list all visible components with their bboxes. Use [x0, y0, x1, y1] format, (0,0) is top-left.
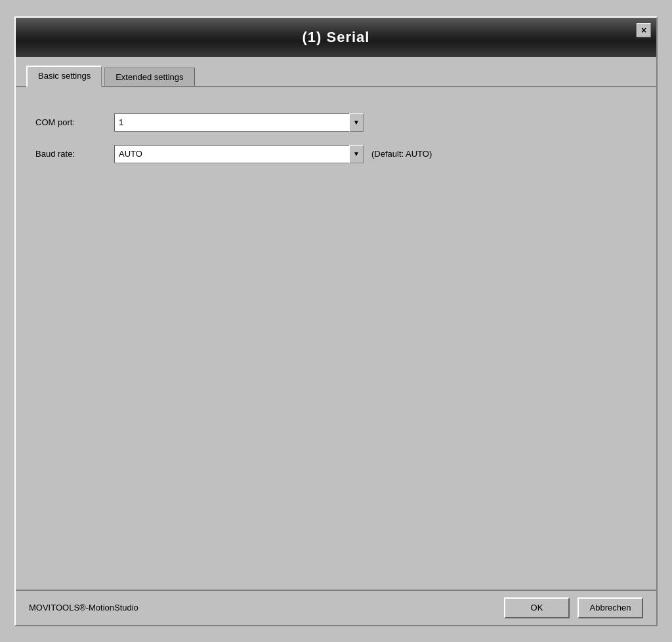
com-port-select[interactable]: 1 2 3 4 — [114, 113, 364, 132]
close-button[interactable]: × — [637, 23, 651, 37]
baud-rate-select-wrapper: AUTO 9600 19200 38400 57600 115200 — [114, 145, 364, 163]
title-bar: (1) Serial × — [16, 18, 656, 57]
dialog: (1) Serial × Basic settings Extended set… — [14, 16, 658, 626]
com-port-select-wrapper: 1 2 3 4 — [114, 113, 364, 132]
baud-rate-select[interactable]: AUTO 9600 19200 38400 57600 115200 — [114, 145, 364, 163]
cancel-button[interactable]: Abbrechen — [578, 597, 643, 618]
baud-rate-label: Baud rate: — [35, 149, 114, 159]
dialog-title: (1) Serial — [303, 29, 370, 46]
tab-content-basic: COM port: 1 2 3 4 Baud rate: AUTO — [16, 87, 656, 590]
com-port-label: COM port: — [35, 117, 114, 127]
tab-extended-settings[interactable]: Extended settings — [104, 68, 194, 86]
ok-button[interactable]: OK — [504, 597, 570, 618]
baud-rate-row: Baud rate: AUTO 9600 19200 38400 57600 1… — [35, 145, 637, 163]
footer-buttons: OK Abbrechen — [504, 597, 643, 618]
baud-rate-default-hint: (Default: AUTO) — [371, 149, 432, 159]
footer-brand-text: MOVITOOLS®-MotionStudio — [29, 603, 138, 612]
tabs-row: Basic settings Extended settings — [16, 57, 656, 87]
footer: MOVITOOLS®-MotionStudio OK Abbrechen — [16, 590, 656, 625]
tab-basic-settings[interactable]: Basic settings — [26, 66, 102, 87]
com-port-row: COM port: 1 2 3 4 — [35, 113, 637, 132]
content-area: Basic settings Extended settings COM por… — [16, 57, 656, 590]
